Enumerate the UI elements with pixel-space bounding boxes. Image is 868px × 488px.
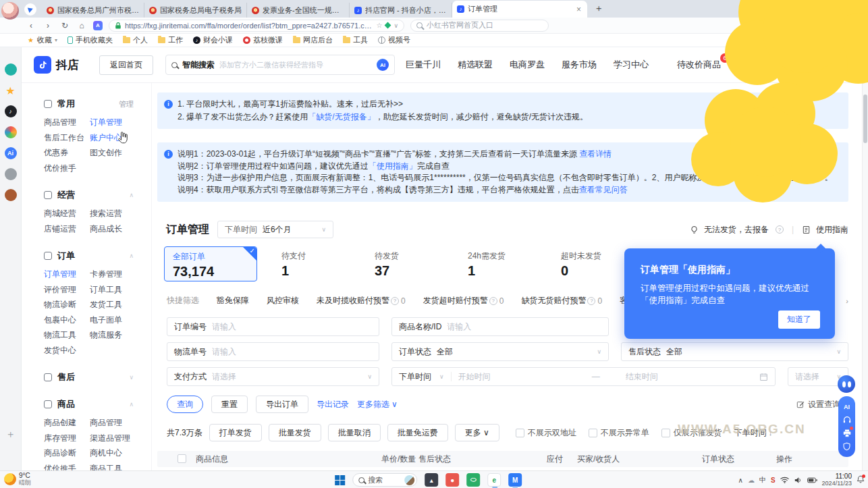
chevron-down-icon[interactable]: ∨: [394, 22, 398, 29]
bookmark-item[interactable]: 手机收藏夹: [67, 35, 113, 45]
checkbox[interactable]: [516, 429, 524, 437]
ai-tool-icon[interactable]: AI: [842, 402, 852, 412]
nav-link[interactable]: 学习中心: [614, 59, 649, 71]
tray-expand-icon[interactable]: ∧: [738, 477, 743, 484]
back-home-button[interactable]: 返回首页: [99, 55, 153, 75]
sidebar-item-优价推手[interactable]: 优价推手: [44, 461, 90, 471]
bookmark-item[interactable]: 工具: [343, 35, 368, 45]
sidebar-item-电子面单[interactable]: 电子面单: [90, 313, 151, 328]
batch-button-批量发货[interactable]: 批量发货: [269, 424, 321, 441]
sidebar-item-商品管理[interactable]: 商品管理: [90, 415, 151, 431]
bookmark-item[interactable]: ★收藏▾: [27, 35, 57, 45]
sidebar-item-优惠券[interactable]: 优惠券: [44, 145, 90, 161]
battery-icon[interactable]: [807, 477, 817, 483]
sidebar-item-图文创作[interactable]: 图文创作: [90, 145, 151, 161]
bookmark-item[interactable]: 荔枝微课: [243, 35, 283, 45]
batch-button-批量取消[interactable]: 批量取消: [328, 424, 381, 441]
select-all-checkbox[interactable]: [178, 454, 186, 463]
stat-card-待发货[interactable]: 待发货37: [364, 246, 457, 281]
sidebar-item-售后工作台[interactable]: 售后工作台: [44, 130, 90, 146]
wifi-icon[interactable]: [780, 477, 789, 483]
toggle-不展示异常单[interactable]: 不展示异常单: [589, 427, 649, 439]
docs-icon[interactable]: W: [841, 4, 850, 13]
chevron-up-icon[interactable]: ∧: [129, 192, 134, 198]
browser-search-box[interactable]: 小红书官网首页入口: [410, 20, 549, 32]
browser-tab[interactable]: 国家税务总局广州市税务局: [42, 3, 144, 18]
weather-widget[interactable]: 9°C 晴朗: [4, 472, 31, 487]
order-no-input[interactable]: 订单编号 请输入: [167, 317, 379, 336]
guide-link[interactable]: 使用指南: [816, 224, 848, 236]
sidebar-item-账户中心[interactable]: 账户中心: [90, 130, 151, 146]
bolt-icon[interactable]: [385, 22, 391, 29]
tab-close-icon[interactable]: ×: [575, 5, 582, 14]
start-button[interactable]: [335, 475, 345, 485]
browser-app-icon[interactable]: e: [487, 473, 501, 487]
sidebar-item-商品诊断[interactable]: 商品诊断: [44, 445, 90, 461]
hotspot-icon[interactable]: [855, 4, 865, 13]
section-manage-link[interactable]: 管理: [119, 99, 134, 109]
sidebar-item-包裹中心[interactable]: 包裹中心: [44, 313, 90, 328]
sidebar-item-订单工具[interactable]: 订单工具: [90, 282, 151, 298]
order-status-select[interactable]: 订单状态 全部 ∨: [391, 342, 609, 361]
nav-link[interactable]: 巨量千川: [406, 59, 441, 71]
sidebar-item-优价推手[interactable]: 优价推手: [44, 161, 90, 176]
stat-card-待支付[interactable]: 待支付1: [271, 246, 364, 281]
export-log-link[interactable]: 导出记录: [317, 399, 349, 410]
notification-bell-icon[interactable]: [857, 475, 865, 485]
assistant-icon[interactable]: [826, 4, 836, 14]
browser-tab[interactable]: ♪订单管理×: [452, 1, 587, 18]
sidebar-item-商品创建[interactable]: 商品创建: [44, 415, 90, 431]
batch-button-批量免运费[interactable]: 批量免运费: [387, 424, 448, 441]
nav-link[interactable]: 精选联盟: [458, 59, 493, 71]
notice-link[interactable]: 「缺货/无货报备」: [308, 112, 375, 121]
sidebar-item-物流工具[interactable]: 物流工具: [44, 327, 90, 343]
bookmark-item[interactable]: ♪财会小课: [193, 35, 233, 45]
pin-app-icon[interactable]: ●: [445, 473, 459, 487]
reset-button[interactable]: 重置: [211, 396, 248, 413]
batch-button-打单发货[interactable]: 打单发货: [209, 424, 262, 441]
browser-home-icon[interactable]: [24, 3, 36, 16]
filter-chip-发货超时赔付预警[interactable]: 发货超时赔付预警?0: [423, 295, 504, 306]
sidebar-item-渠道品管理[interactable]: 渠道品管理: [90, 431, 151, 446]
bookmark-item[interactable]: 网店后台: [293, 35, 333, 45]
doudian-logo-icon[interactable]: [34, 56, 51, 74]
dock-app-icon[interactable]: ♪: [5, 105, 17, 117]
new-tab-button[interactable]: ＋: [594, 3, 603, 15]
wechat-app-icon[interactable]: ⬭: [466, 473, 480, 487]
photos-app-icon[interactable]: ▴: [425, 473, 438, 487]
chevron-up-icon[interactable]: ∧: [129, 252, 134, 259]
sidebar-item-商品管理[interactable]: 商品管理: [44, 115, 90, 130]
nav-link[interactable]: 服务市场: [562, 59, 597, 71]
tracking-no-input[interactable]: 物流单号 请输入: [167, 342, 379, 361]
filter-chip-快捷筛选[interactable]: 快捷筛选: [167, 295, 199, 306]
bookmark-star-icon[interactable]: ☆: [376, 22, 382, 29]
user-avatar[interactable]: [1, 2, 19, 20]
modal-confirm-button[interactable]: 知道了: [778, 310, 820, 329]
sidebar-item-商品工具[interactable]: 商品工具: [90, 461, 151, 471]
stat-card-全部订单[interactable]: 全部订单73,174✓: [164, 246, 257, 281]
dock-app-icon[interactable]: [5, 168, 17, 180]
sidebar-item-订单管理[interactable]: 订单管理: [90, 115, 151, 130]
bookmark-item[interactable]: 工作: [158, 35, 183, 45]
browser-tab[interactable]: 国家税务总局电子税务局: [144, 3, 247, 18]
checkbox[interactable]: [589, 429, 597, 437]
sidebar-item-评价管理[interactable]: 评价管理: [44, 282, 90, 298]
pending-price-link[interactable]: 待改价商品 6: [677, 59, 721, 71]
ai-extension-icon[interactable]: A: [93, 21, 103, 30]
notice-link[interactable]: 查看常见问答: [579, 185, 628, 194]
sidebar-item-搜索运营[interactable]: 搜索运营: [90, 206, 151, 221]
ime-icon[interactable]: 中: [759, 475, 766, 485]
m-app-icon[interactable]: M: [508, 473, 522, 487]
sogou-icon[interactable]: S: [771, 477, 776, 484]
ai-search-icon[interactable]: AI: [377, 59, 389, 71]
clock[interactable]: 11:00 2024/11/23: [822, 473, 852, 487]
sidebar-item-商城经营[interactable]: 商城经营: [44, 206, 90, 221]
sidebar-item-库存管理[interactable]: 库存管理: [44, 431, 90, 446]
more-actions-button[interactable]: 更多 ∨: [455, 424, 499, 441]
chips-scroll-arrow-icon[interactable]: ›: [846, 297, 848, 305]
export-orders-button[interactable]: 导出订单: [256, 396, 308, 413]
browser-tab[interactable]: 发票业务-全国统一规范电子税…: [247, 3, 350, 18]
dock-app-icon[interactable]: ★: [5, 84, 17, 97]
nav-link[interactable]: 电商罗盘: [510, 59, 545, 71]
sidebar-item-物流服务[interactable]: 物流服务: [90, 327, 151, 343]
